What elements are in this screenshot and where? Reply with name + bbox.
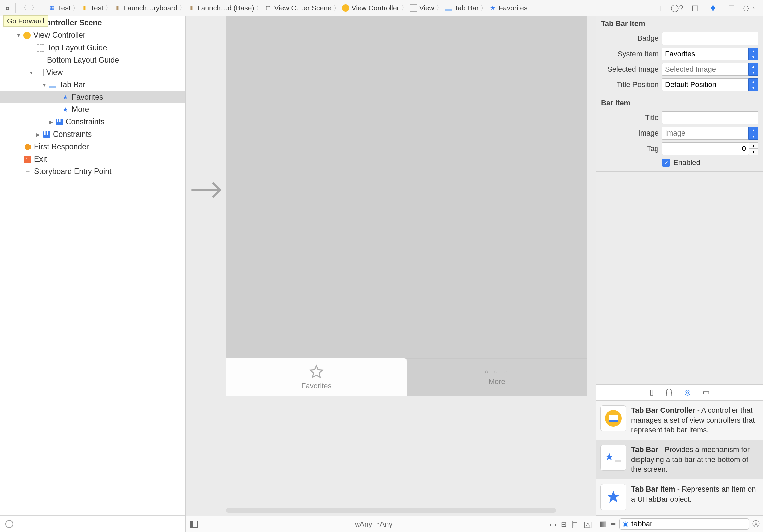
library-search[interactable]: ◉ bbox=[619, 518, 749, 530]
clear-search-icon[interactable]: ⓧ bbox=[752, 519, 760, 529]
object-library: Tab Bar Controller - A controller that m… bbox=[596, 401, 763, 515]
constraints-row[interactable]: ▶Constraints bbox=[0, 128, 185, 141]
grid-view-button[interactable]: ▦ bbox=[600, 520, 607, 528]
pin-button[interactable]: ⊟ bbox=[561, 520, 567, 528]
viewcontroller-row[interactable]: ▼View Controller bbox=[0, 29, 185, 41]
related-items-button[interactable]: ▦ bbox=[3, 3, 12, 13]
enabled-checkbox[interactable]: ✓ bbox=[662, 159, 670, 167]
tab-more[interactable]: ○ ○ ○ More bbox=[407, 359, 587, 396]
tag-stepper[interactable]: ▲▼ bbox=[749, 142, 758, 155]
tabbar-row[interactable]: ▼Tab Bar bbox=[0, 79, 185, 91]
tab-label: Favorites bbox=[301, 382, 331, 390]
resolve-button[interactable]: |□| bbox=[571, 520, 579, 528]
document-outline: ▼View Controller Scene ▼View Controller … bbox=[0, 16, 186, 532]
tag-input[interactable] bbox=[662, 142, 749, 155]
view-icon bbox=[409, 4, 417, 12]
library-item-tabbar[interactable]: Tab Bar - Provides a mechanism for displ… bbox=[596, 440, 763, 479]
filter-icon[interactable] bbox=[5, 520, 13, 528]
top-layout-guide-row[interactable]: Top Layout Guide bbox=[0, 41, 185, 54]
storyboard-canvas[interactable]: Favorites ○ ○ ○ More bbox=[186, 16, 596, 516]
crumb-vc[interactable]: View Controller bbox=[340, 3, 401, 13]
crumb-folder[interactable]: ▮Test bbox=[79, 3, 105, 13]
code-snippet-tab-icon[interactable]: { } bbox=[666, 388, 673, 397]
cube-icon bbox=[23, 143, 32, 151]
crumb-storyboard[interactable]: ▮Launch…ryboard bbox=[112, 3, 179, 13]
tab-label: More bbox=[489, 377, 505, 386]
divider bbox=[15, 3, 16, 13]
dropdown-arrows-icon[interactable]: ▲▼ bbox=[748, 63, 758, 76]
first-responder-row[interactable]: First Responder bbox=[0, 141, 185, 153]
star-icon: ★ bbox=[489, 4, 497, 12]
arrow-icon: → bbox=[23, 167, 32, 176]
canvas-scrollbar[interactable] bbox=[226, 508, 556, 513]
tabbarcontroller-icon bbox=[600, 405, 626, 431]
exit-row[interactable]: Exit bbox=[0, 153, 185, 165]
entry-point-arrow bbox=[191, 177, 227, 205]
dropdown-arrows-icon[interactable]: ▲▼ bbox=[748, 78, 758, 91]
connections-inspector-icon[interactable]: ◌→ bbox=[745, 4, 754, 12]
selected-image-select[interactable] bbox=[662, 63, 748, 76]
size-inspector-icon[interactable]: ▥ bbox=[727, 4, 736, 12]
system-item-select[interactable] bbox=[662, 48, 748, 60]
tabbaritem-icon bbox=[600, 484, 626, 510]
nav-forward-button[interactable]: 〉 bbox=[30, 3, 39, 13]
media-library-tab-icon[interactable]: ▭ bbox=[703, 388, 710, 397]
object-library-tab-icon[interactable]: ◎ bbox=[684, 388, 691, 397]
breadcrumb: ▦Test〉 ▮Test〉 ▮Launch…ryboard〉 ▮Launch…d… bbox=[46, 3, 529, 13]
selected-image-label: Selected Image bbox=[601, 65, 659, 74]
crumb-scene[interactable]: ▢View C…er Scene bbox=[263, 3, 333, 13]
file-template-tab-icon[interactable]: ▯ bbox=[650, 388, 654, 397]
library-item-tabbaritem[interactable]: Tab Bar Item - Represents an item on a U… bbox=[596, 479, 763, 515]
library-footer: ▦ ≣ ◉ ⓧ bbox=[596, 515, 763, 532]
title-position-select[interactable] bbox=[662, 78, 748, 91]
dropdown-arrows-icon[interactable]: ▲▼ bbox=[748, 127, 758, 140]
help-inspector-icon[interactable]: ◯? bbox=[673, 4, 681, 12]
star-icon: ★ bbox=[61, 105, 70, 114]
bottom-layout-guide-row[interactable]: Bottom Layout Guide bbox=[0, 54, 185, 66]
storyboard-icon: ▮ bbox=[187, 4, 195, 12]
constraints-inner-row[interactable]: ▶Constraints bbox=[0, 116, 185, 128]
canvas-area: Favorites ○ ○ ○ More wAny hAny ▭ ⊟ |□| |… bbox=[186, 16, 596, 532]
star-outline-icon bbox=[308, 364, 324, 380]
guide-icon bbox=[36, 56, 45, 65]
image-label: Image bbox=[601, 129, 659, 138]
file-inspector-icon[interactable]: ▯ bbox=[655, 4, 663, 12]
more-item-row[interactable]: ★More bbox=[0, 103, 185, 116]
constraints-icon bbox=[55, 118, 64, 126]
title-position-label: Title Position bbox=[601, 80, 659, 89]
title-input[interactable] bbox=[662, 111, 758, 124]
view-row[interactable]: ▼View bbox=[0, 66, 185, 79]
identity-inspector-icon[interactable]: ▤ bbox=[691, 4, 699, 12]
system-item-label: System Item bbox=[601, 50, 659, 58]
attributes-inspector-icon[interactable] bbox=[709, 4, 717, 12]
toggle-outline-button[interactable] bbox=[190, 521, 198, 528]
crumb-view[interactable]: View bbox=[408, 3, 436, 13]
outline-filter-bar bbox=[0, 515, 185, 532]
resize-button[interactable]: |△| bbox=[584, 520, 592, 528]
favorites-item-row[interactable]: ★Favorites bbox=[0, 91, 185, 103]
svg-point-4 bbox=[617, 460, 619, 462]
guide-icon bbox=[36, 43, 45, 52]
crumb-tabbar[interactable]: Tab Bar bbox=[443, 3, 480, 13]
library-search-input[interactable] bbox=[631, 520, 746, 528]
crumb-project[interactable]: ▦Test bbox=[46, 3, 72, 13]
inspector-tabs: ▯ ◯? ▤ ▥ ◌→ bbox=[655, 4, 760, 12]
tabbar-icon bbox=[444, 4, 452, 12]
nav-back-button[interactable]: 〈 bbox=[19, 3, 28, 13]
viewcontroller-artboard[interactable]: Favorites ○ ○ ○ More bbox=[226, 16, 587, 396]
entry-point-row[interactable]: →Storyboard Entry Point bbox=[0, 165, 185, 178]
tab-favorites[interactable]: Favorites bbox=[226, 358, 407, 396]
crumb-item[interactable]: ★Favorites bbox=[487, 3, 529, 13]
image-select[interactable] bbox=[662, 127, 748, 140]
search-scope-icon[interactable]: ◉ bbox=[622, 520, 629, 528]
view-icon bbox=[35, 68, 44, 77]
svg-point-5 bbox=[619, 460, 621, 462]
badge-input[interactable] bbox=[662, 32, 758, 45]
list-view-button[interactable]: ≣ bbox=[610, 520, 616, 528]
image-icon: ▦ bbox=[48, 4, 56, 12]
library-item-tabbarcontroller[interactable]: Tab Bar Controller - A controller that m… bbox=[596, 401, 763, 440]
dropdown-arrows-icon[interactable]: ▲▼ bbox=[748, 48, 758, 60]
align-button[interactable]: ▭ bbox=[550, 520, 556, 528]
size-class-label[interactable]: wAny hAny bbox=[198, 520, 550, 529]
crumb-storyboard-base[interactable]: ▮Launch…d (Base) bbox=[186, 3, 255, 13]
